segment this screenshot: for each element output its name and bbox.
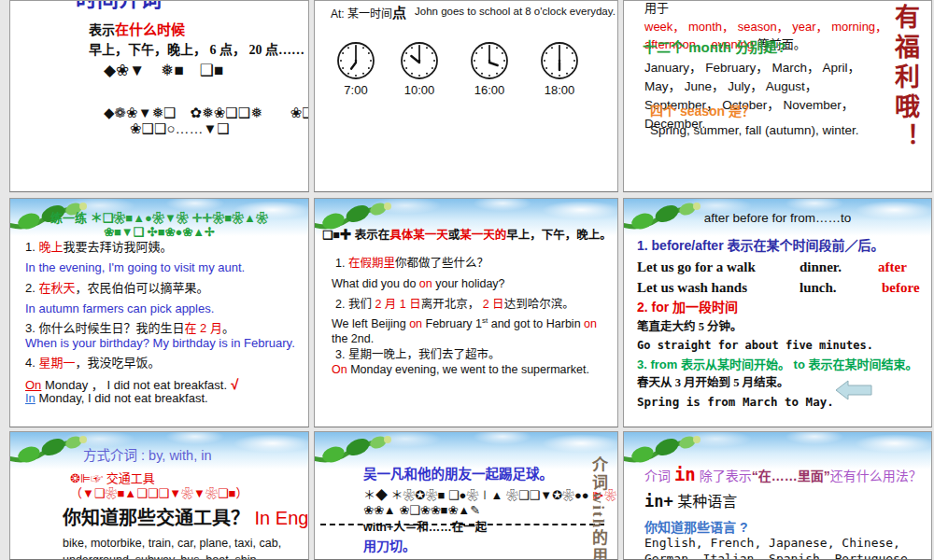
- slide2-sentence: John goes to school at 8 o'clock everyda…: [415, 5, 616, 18]
- leaf-decoration-icon: [9, 434, 94, 475]
- slide7-question-cn: 你知道那些交通工具？: [63, 508, 249, 528]
- slide5-line: We left Beijing on February 1st and got …: [332, 316, 610, 346]
- slide-thumb-8[interactable]: 吴一凡和他的朋友一起踢足球。 ＊◆ ＊❀✪❀■ ❑●❀∣▲ ❀❑❑▼✪❀●● ⧐…: [314, 431, 618, 560]
- dashed-divider: with+人＝和……在一起: [320, 516, 604, 533]
- slide6-word-lunch: lunch.: [800, 279, 837, 297]
- slide3-question-seasons: 四个 season 是？: [650, 104, 755, 120]
- slide8-cn-football: 吴一凡和他的朋友一起踢足球。: [363, 466, 553, 483]
- slide6-word-dinner: dinner.: [800, 259, 842, 276]
- slide-thumb-5[interactable]: ❑■✚ 表示在具体某一天或某一天的早上，下午，晚上。 1. 在假期里你都做了些什…: [314, 198, 618, 427]
- slide6-rule-3: 3. from 表示从某时间开始。 to 表示在某时间结束。: [637, 357, 917, 372]
- clock-icon: [335, 40, 376, 81]
- slide8-with-note: with+人＝和……在一起: [363, 517, 487, 535]
- slide4-line: In Monday, I did not eat breakfast.: [25, 391, 208, 406]
- slide6-rule-2: 2. for 加一段时间: [637, 300, 738, 316]
- slide8-symbols-1: ＊◆ ＊❀✪❀■ ❑●❀∣▲ ❀❑❑▼✪❀●● ⧐❀▼❀: [363, 488, 618, 503]
- slide7-question: 你知道那些交通工具？ In English: [63, 507, 309, 530]
- slide9-question: 你知道那些语言 ?: [644, 520, 747, 537]
- slide-5-specific-day: ❑■✚ 表示在具体某一天或某一天的早上，下午，晚上。 1. 在假期里你都做了些什…: [315, 199, 617, 427]
- slide-3-time-words: 用于 week， month， season， year， morning， a…: [624, 0, 931, 192]
- slide4-line: 2. 在秋天，农民伯伯可以摘苹果。: [25, 281, 209, 296]
- slide7-title: 方式介词 : by, with, in: [83, 447, 212, 464]
- slide3-vertical-note: 有福利哦！: [888, 4, 920, 190]
- slide5-line: 3. 星期一晚上，我们去了超市。: [335, 348, 500, 363]
- slide7-symbols: （▼❑❀■▲❑❑❑▼❀▼❀❑■）: [70, 486, 248, 501]
- slide6-sentence-wash: Let us wash hands: [637, 279, 747, 297]
- slide5-line: 2. 我们 2 月 1 日离开北京， 2 日达到哈尔滨。: [335, 298, 574, 313]
- slide4-header-1: 练一练 ＊❑❀■▲●❀▼❀ ✛✛❀■❀▲❀: [10, 211, 308, 226]
- slide-thumb-7[interactable]: 方式介词 : by, with, in ❂⊫☞ 交通工具 （▼❑❀■▲❑❑❑▼❀…: [9, 431, 309, 560]
- slide-thumb-2[interactable]: At: 某一时间点 John goes to school at 8 o'clo…: [314, 0, 618, 192]
- slide1-title: 时间介词: [76, 0, 162, 13]
- slide-8-with-usage: 吴一凡和他的朋友一起踢足球。 ＊◆ ＊❀✪❀■ ❑●❀∣▲ ❀❑❑▼✪❀●● ⧐…: [315, 432, 617, 560]
- slide-thumb-1[interactable]: 时间介词 表示在什么时候 早上，下午，晚上， 6 点， 20 点…… ◆❀▼ ❅…: [9, 0, 309, 192]
- slide5-line: What did you do on your holiday?: [332, 277, 505, 292]
- slide9-title: 介词 in 除了表示“在……里面”还有什么用法？: [644, 464, 922, 486]
- slide4-header-2: ❀■▼❑ ✣■❀●❀▲✢: [10, 225, 308, 240]
- slide6-answer-before: before: [882, 279, 920, 297]
- slide1-symbols-3: ❀❑❑○……▼❑: [130, 120, 230, 138]
- slide-6-after-before-for-from-to: after before for from……to 1. before/afte…: [624, 199, 931, 427]
- slide5-line: 1. 在假期里你都做了些什么？: [335, 257, 488, 272]
- clock-time-label: 7:00: [335, 83, 376, 98]
- left-arrow-icon: [835, 380, 872, 404]
- slide-thumb-6[interactable]: after before for from……to 1. before/afte…: [623, 198, 932, 427]
- slide5-title: ❑■✚ 表示在具体某一天或某一天的早上，下午，晚上。: [322, 229, 612, 244]
- slide4-line: 1. 晚上我要去拜访我阿姨。: [25, 240, 173, 255]
- slide6-cn-straight: 笔直走大约 5 分钟。: [637, 320, 743, 335]
- clock-icon: [399, 40, 440, 81]
- slide6-cn-spring: 春天从 3 月开始到 5 月结束。: [637, 376, 789, 391]
- slide9-language-list: English, French, Japanese, Chinese, Germ…: [644, 535, 925, 560]
- slide-2-at-clocks: At: 某一时间点 John goes to school at 8 o'clo…: [315, 0, 617, 192]
- slide4-line: In autumn farmers can pick apples.: [25, 301, 214, 316]
- slide1-line-examples: 早上，下午，晚上， 6 点， 20 点……: [89, 42, 304, 59]
- clock-icon: [539, 40, 580, 81]
- slide7-transport-label: ❂⊫☞ 交通工具: [70, 471, 155, 486]
- slide-thumb-3[interactable]: 用于 week， month， season， year， morning， a…: [623, 0, 932, 192]
- slide8-cn-knife: 用刀切。: [363, 539, 416, 555]
- slide-thumb-4[interactable]: 练一练 ＊❑❀■▲●❀▼❀ ✛✛❀■❀▲❀ ❀■▼❑ ✣■❀●❀▲✢ 1. 晚上…: [9, 198, 309, 427]
- slide1-symbols-1: ◆❀▼ ❅■ ❑■: [104, 61, 223, 80]
- slide4-line: When is your birthday? My birthday is in…: [25, 336, 295, 351]
- slide3-used-for: 用于: [644, 1, 669, 16]
- clock-icon: [469, 40, 510, 81]
- slide5-line: On Monday evening, we went to the superm…: [332, 363, 589, 378]
- slide9-in-language: in+ 某种语言: [644, 492, 737, 511]
- clock-time-label: 16:00: [469, 83, 510, 98]
- slide-7-by-with-in: 方式介词 : by, with, in ❂⊫☞ 交通工具 （▼❑❀■▲❑❑❑▼❀…: [10, 432, 308, 560]
- slide7-vehicle-list: bike, motorbike, train, car, plane, taxi…: [63, 535, 304, 560]
- slide1-symbols-2: ◆❁❀▼❅❑ ✿❅❀❑❑❅ ❀❑❑: [104, 105, 309, 122]
- slide4-line: 3. 你什么时候生日？我的生日在 2 月。: [25, 321, 234, 336]
- slide6-title: after before for from……to: [624, 211, 931, 227]
- clock-time-label: 10:00: [399, 83, 440, 98]
- slide3-question-months: 十二个 month 分别是?: [643, 39, 785, 57]
- slide4-line: In the evening, I'm going to visit my au…: [25, 260, 245, 275]
- slide7-question-en: In English: [249, 508, 309, 528]
- slide-1-time-prepositions: 时间介词 表示在什么时候 早上，下午，晚上， 6 点， 20 点…… ◆❀▼ ❅…: [10, 0, 308, 192]
- slide-9-in-usage: 介词 in 除了表示“在……里面”还有什么用法？ in+ 某种语言 你知道那些语…: [624, 432, 931, 560]
- slide-4-practice: 练一练 ＊❑❀■▲●❀▼❀ ✛✛❀■❀▲❀ ❀■▼❑ ✣■❀●❀▲✢ 1. 晚上…: [10, 199, 308, 427]
- slide3-months: January， February， March， April， May， Ju…: [644, 59, 895, 133]
- slide6-rule-1: 1. before/after 表示在某个时间段前／后。: [637, 238, 884, 255]
- clock-time-label: 18:00: [539, 83, 580, 98]
- slide6-sentence-walk: Let us go for a walk: [637, 259, 756, 276]
- slide-thumb-9[interactable]: 介词 in 除了表示“在……里面”还有什么用法？ in+ 某种语言 你知道那些语…: [623, 431, 932, 560]
- slide4-line: 4. 星期一，我没吃早饭。: [25, 356, 161, 371]
- slide6-en-straight: Go straight for about five minutes.: [637, 339, 873, 353]
- slide1-line-means: 表示在什么时候: [89, 21, 185, 39]
- slide6-en-spring: Spring is from March to May.: [637, 395, 834, 410]
- slide3-seasons: Spring, summer, fall (autumn), winter.: [650, 123, 859, 139]
- slide8-vertical-note: 介词with的用法: [588, 456, 608, 560]
- slide2-at-label: At: 某一时间点: [331, 5, 406, 22]
- slide6-answer-after: after: [878, 259, 907, 276]
